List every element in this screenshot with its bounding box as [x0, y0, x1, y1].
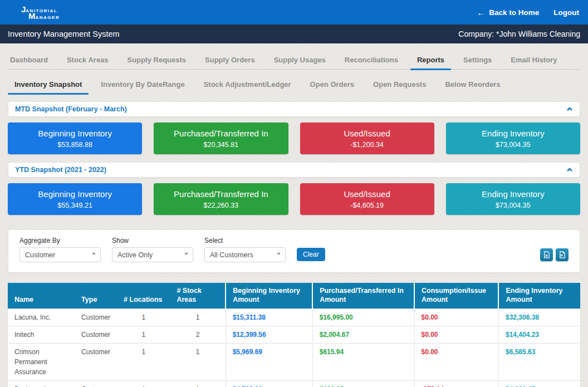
card-value: $22,260.33 [204, 202, 239, 209]
column-header-type[interactable]: Type [75, 283, 117, 308]
cell-ending: $6,585.63 [498, 343, 580, 380]
back-to-home-label: Back to Home [489, 8, 539, 17]
ytd-snapshot-panel: YTD Snapshot (2021 - 2022) Beginning Inv… [8, 162, 580, 215]
ytd-panel-header[interactable]: YTD Snapshot (2021 - 2022) [8, 162, 580, 178]
cell-type: Customer [75, 343, 117, 380]
ytd-card-used-issued: Used/Issued-$4,605.19 [300, 183, 434, 215]
nav-tab-supply-usages[interactable]: Supply Usages [272, 51, 328, 69]
nav-tab-supply-requests[interactable]: Supply Requests [125, 51, 188, 69]
cell-locations: 1 [117, 343, 170, 380]
pdf-file-icon [558, 251, 566, 258]
show-select[interactable]: Active Only [112, 247, 193, 262]
nav-tab-dashboard[interactable]: Dashboard [8, 51, 50, 69]
ytd-card-purchased-transferred-in: Purchased/Transferred In$22,260.33 [154, 183, 288, 215]
column-header-ending[interactable]: Ending Inventory Amount [498, 283, 580, 308]
company-label: Company: *John Williams Cleaning [458, 30, 580, 38]
card-label: Ending Inventory [482, 189, 545, 199]
cell-beginning: $5,969.69 [226, 343, 312, 380]
card-label: Purchased/Transferred In [174, 189, 268, 199]
table-row: Bushwood Country ClubCustomer11$4,783.96… [8, 380, 580, 387]
card-value: $73,004.35 [496, 141, 531, 149]
column-header-consumption[interactable]: Consumption/Issue Amount [414, 283, 498, 308]
customers-select[interactable]: All Customers [204, 247, 286, 262]
ytd-panel-title: YTD Snapshot (2021 - 2022) [15, 166, 106, 174]
cell-stock_areas: 1 [170, 308, 226, 326]
mtd-card-used-issued: Used/Issued-$1,200.34 [300, 123, 434, 154]
cell-type: Customer [75, 380, 117, 387]
cell-stock_areas: 1 [170, 343, 226, 380]
export-excel-button[interactable] [540, 248, 553, 261]
top-header: JANITORIAL MANAGER ← Back to Home Logout [0, 0, 588, 25]
subnav-tab-open-requests[interactable]: Open Requests [371, 76, 428, 94]
column-header-beginning[interactable]: Beginning Inventory Amount [226, 283, 312, 308]
cell-beginning: $15,311.38 [226, 308, 312, 326]
filter-panel: Aggregate By Customer Show Active Only S… [8, 229, 580, 273]
card-label: Used/Issued [344, 189, 390, 199]
mtd-panel-header[interactable]: MTD Snapshot (February - March) [8, 101, 580, 117]
mtd-snapshot-panel: MTD Snapshot (February - March) Beginnin… [8, 101, 580, 154]
card-value: $73,004.35 [496, 202, 531, 209]
main-nav: DashboardStock AreasSupply RequestsSuppl… [8, 51, 580, 70]
clear-button[interactable]: Clear [297, 248, 325, 261]
inventory-snapshot-table: NameType# Locations# Stock AreasBeginnin… [8, 283, 580, 387]
table-row: InitechCustomer12$12,399.56$2,004.67$0.0… [8, 326, 580, 343]
mtd-panel-title: MTD Snapshot (February - March) [15, 105, 127, 113]
chevron-down-icon: Active Only [112, 247, 193, 262]
cell-name: Bushwood Country Club [8, 380, 75, 387]
cell-name: Crimson Permanent Assurance [8, 343, 75, 380]
cell-ending: $14,404.23 [498, 326, 580, 343]
aggregate-by-select[interactable]: Customer [19, 247, 101, 262]
cell-consumption: $0.00 [414, 343, 498, 380]
card-value: $53,858.88 [57, 141, 92, 149]
cell-type: Customer [75, 326, 117, 343]
subnav-tab-inventory-by-daterange[interactable]: Inventory By DateRange [99, 76, 187, 94]
ytd-card-ending-inventory: Ending Inventory$73,004.35 [446, 183, 580, 215]
subnav-tab-open-orders[interactable]: Open Orders [308, 76, 356, 94]
nav-tab-stock-areas[interactable]: Stock Areas [65, 51, 111, 69]
card-value: $20,345.81 [204, 141, 239, 149]
cell-purchased: $16,995.00 [312, 308, 414, 326]
cell-beginning: $12,399.56 [226, 326, 312, 343]
collapse-chevron-icon[interactable] [566, 166, 573, 173]
back-to-home-link[interactable]: ← Back to Home [477, 8, 539, 17]
cell-consumption: -$75.14 [414, 380, 498, 387]
column-header-stock_areas[interactable]: # Stock Areas [170, 283, 226, 308]
collapse-chevron-icon[interactable] [566, 106, 573, 112]
cell-locations: 1 [117, 308, 170, 326]
nav-tab-reconciliations[interactable]: Reconciliations [342, 51, 400, 69]
logout-link[interactable]: Logout [553, 8, 579, 17]
card-label: Used/Issued [344, 129, 390, 138]
card-value: -$1,200.34 [350, 141, 384, 149]
mtd-card-beginning-inventory: Beginning Inventory$53,858.88 [8, 123, 142, 154]
card-label: Purchased/Transferred In [174, 129, 268, 138]
cell-purchased: $130.65 [312, 380, 414, 387]
cell-consumption: $0.00 [414, 326, 498, 343]
cell-locations: 1 [117, 326, 170, 343]
column-header-locations[interactable]: # Locations [117, 283, 170, 308]
select-customers-label: Select [204, 237, 286, 244]
export-pdf-button[interactable] [556, 248, 569, 261]
nav-tab-email-history[interactable]: Email History [508, 51, 559, 69]
cell-ending: $32,306.38 [498, 308, 580, 326]
mtd-card-purchased-transferred-in: Purchased/Transferred In$20,345.81 [154, 123, 288, 154]
back-arrow-icon: ← [477, 8, 485, 17]
subnav-tab-stock-adjustment-ledger[interactable]: Stock Adjustment/Ledger [202, 76, 293, 94]
aggregate-by-label: Aggregate By [19, 237, 101, 244]
cell-name: Lacuna, Inc. [8, 308, 75, 326]
subnav-tab-below-reorders[interactable]: Below Reorders [443, 76, 502, 94]
cell-stock_areas: 2 [170, 326, 226, 343]
nav-tab-supply-orders[interactable]: Supply Orders [203, 51, 257, 69]
cell-locations: 1 [117, 380, 170, 387]
cell-ending: $4,839.47 [498, 380, 580, 387]
mtd-card-ending-inventory: Ending Inventory$73,004.35 [446, 123, 580, 154]
cell-purchased: $2,004.67 [312, 326, 414, 343]
column-header-purchased[interactable]: Purchased/Transferred In Amount [312, 283, 414, 308]
app-logo[interactable]: JANITORIAL MANAGER [21, 5, 60, 20]
cell-name: Initech [8, 326, 75, 343]
subnav-tab-inventory-snapshot[interactable]: Inventory Snapshot [12, 76, 84, 94]
nav-tab-reports[interactable]: Reports [415, 51, 447, 69]
cell-type: Customer [75, 308, 117, 326]
nav-tab-settings[interactable]: Settings [461, 51, 494, 69]
column-header-name[interactable]: Name [8, 283, 75, 308]
card-label: Beginning Inventory [38, 189, 112, 199]
